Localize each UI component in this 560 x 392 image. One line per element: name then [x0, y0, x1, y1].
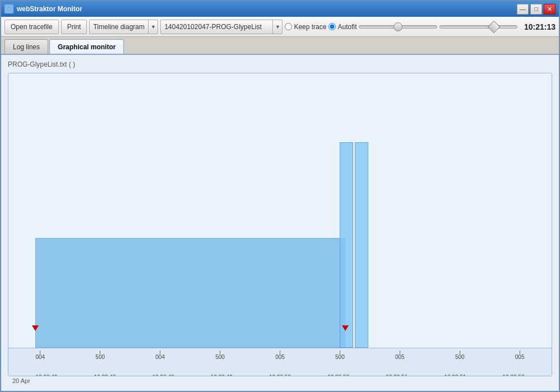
slider-track-left[interactable]	[359, 25, 437, 29]
content-area: PROG-GlypeList.txt ( )	[1, 55, 559, 391]
minimize-button[interactable]: —	[517, 4, 529, 15]
tracefile-select[interactable]: 140420102047-PROG-GlypeList	[160, 20, 272, 34]
keep-trace-radio-group: Keep trace	[285, 23, 326, 31]
timeline-diagram-arrow[interactable]: ▼	[148, 20, 158, 34]
tabs: Log lines Graphical monitor	[1, 37, 559, 55]
time-3: 10:20:49	[152, 374, 174, 376]
titlebar: webStraktor Monitor — □ ✕	[1, 1, 559, 17]
bar-narrow-tall2	[355, 142, 368, 348]
time-2: 10:20:48	[94, 374, 116, 376]
main-window: webStraktor Monitor — □ ✕ Open tracefile…	[0, 0, 560, 392]
titlebar-left: webStraktor Monitor	[4, 4, 82, 13]
tick-6: 500	[335, 354, 345, 360]
tracefile-arrow[interactable]: ▼	[272, 20, 283, 34]
close-button[interactable]: ✕	[544, 4, 556, 15]
timeline-diagram-select[interactable]: Timeline diagram	[89, 20, 148, 34]
axis: 004 500 004 500	[8, 348, 552, 376]
time-6: 10:20:50	[327, 374, 349, 376]
autofit-label[interactable]: Autofit	[328, 23, 357, 31]
time-1: 10:20:48	[35, 374, 57, 376]
tick-8: 500	[455, 354, 465, 360]
slider-track-right[interactable]	[439, 25, 517, 29]
keep-trace-label[interactable]: Keep trace	[285, 23, 326, 31]
autofit-radio[interactable]	[328, 23, 336, 30]
tick-7: 005	[395, 354, 405, 360]
time-8: 10:20:51	[444, 374, 466, 376]
tick-4: 500	[215, 354, 225, 360]
bar-narrow-tall	[340, 142, 353, 348]
tab-log-lines[interactable]: Log lines	[4, 39, 48, 54]
tick-9: 005	[515, 354, 525, 360]
autofit-radio-group: Autofit	[328, 23, 357, 31]
time-7: 10:20:51	[386, 374, 408, 376]
toolbar: Open tracefile Print Timeline diagram ▼ …	[1, 17, 559, 37]
window-title: webStraktor Monitor	[17, 5, 82, 13]
slider-container	[359, 25, 517, 29]
bar-wide	[35, 238, 345, 348]
marker-left	[32, 325, 39, 331]
app-icon	[4, 4, 13, 13]
keep-trace-radio[interactable]	[285, 23, 292, 30]
tab-graphical-monitor[interactable]: Graphical monitor	[49, 39, 124, 54]
tick-1: 004	[35, 354, 45, 360]
date-label: 20 Apr	[8, 376, 552, 385]
chart-title: PROG-GlypeList.txt ( )	[8, 60, 552, 68]
chart-container: 004 500 004 500	[8, 73, 552, 376]
time-5: 10:20:50	[269, 374, 291, 376]
time-4: 10:20:49	[211, 374, 233, 376]
tick-5: 005	[275, 354, 285, 360]
open-tracefile-button[interactable]: Open tracefile	[4, 20, 59, 34]
slider-thumb-left[interactable]	[394, 22, 402, 31]
slider-thumb-right[interactable]	[487, 20, 500, 33]
chart-area	[8, 73, 552, 348]
tick-2: 500	[95, 354, 105, 360]
print-button[interactable]: Print	[61, 20, 87, 34]
timeline-diagram-select-wrapper: Timeline diagram ▼	[89, 20, 158, 34]
tick-3: 004	[155, 354, 165, 360]
time-display: 10:21:13	[524, 22, 556, 31]
marker-right	[342, 325, 349, 331]
tracefile-select-wrapper: 140420102047-PROG-GlypeList ▼	[160, 20, 283, 34]
time-9: 10:20:52	[503, 374, 525, 376]
titlebar-buttons: — □ ✕	[517, 4, 556, 15]
maximize-button[interactable]: □	[530, 4, 542, 15]
